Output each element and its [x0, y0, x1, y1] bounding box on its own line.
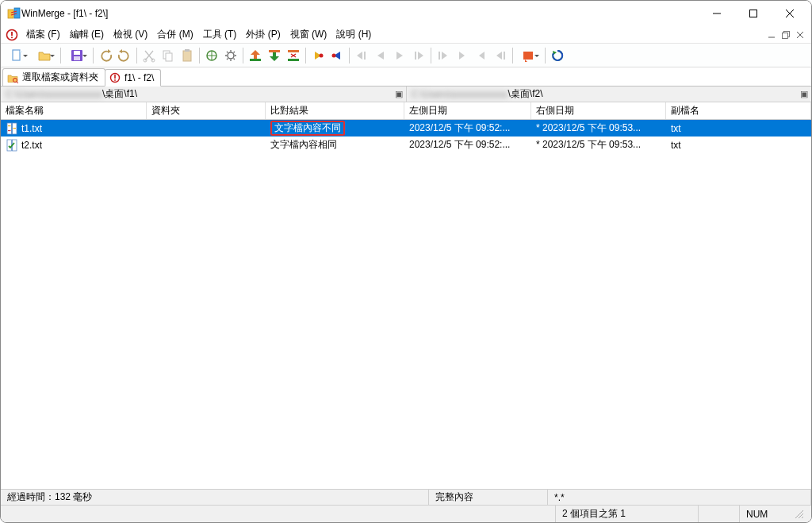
cell-folder [147, 137, 266, 153]
col-right-date[interactable]: 右側日期 [531, 102, 666, 119]
menu-file[interactable]: 檔案 (F) [21, 26, 65, 43]
next-conflict-button[interactable] [390, 46, 409, 65]
col-filename[interactable]: 檔案名稱 [1, 102, 147, 119]
svg-point-23 [320, 53, 324, 57]
svg-rect-27 [439, 52, 440, 60]
right-path-suffix: \桌面\f2\ [508, 87, 543, 101]
copy-button[interactable] [159, 46, 178, 65]
prev-conflict-button[interactable] [371, 46, 390, 65]
statusbar-upper: 經過時間：132 毫秒 完整內容 *.* [1, 489, 811, 505]
svg-rect-15 [183, 51, 191, 61]
minimize-button[interactable] [699, 2, 735, 25]
status-count: 2 個項目之第 1 [556, 506, 699, 522]
left-path-suffix: \桌面\f1\ [102, 87, 137, 101]
refresh-button[interactable] [548, 46, 567, 65]
file-diff-icon [6, 122, 18, 135]
paste-button[interactable] [178, 46, 197, 65]
svg-point-24 [332, 53, 336, 57]
blurred-path-prefix: C:\Users\xxxxxxxxxxxx [412, 89, 508, 100]
table-row[interactable]: t2.txt文字檔內容相同2023/12/5 下午 09:52:...* 202… [1, 137, 811, 153]
svg-rect-14 [166, 53, 172, 61]
svg-rect-22 [288, 59, 299, 61]
expand-right-icon[interactable]: ▣ [799, 89, 810, 100]
tab-compare[interactable]: f1\ - f2\ [105, 69, 161, 87]
prev-diff-button[interactable] [308, 46, 327, 65]
mdi-minimize-button[interactable] [765, 29, 778, 41]
prev-file-button[interactable] [453, 46, 472, 65]
resize-grip[interactable] [787, 506, 811, 522]
maximize-button[interactable] [735, 2, 772, 25]
cell-right-date: * 2023/12/5 下午 09:53... [531, 137, 666, 153]
mdi-restore-button[interactable] [779, 29, 792, 41]
column-headers: 檔案名稱 資料夾 比對結果 左側日期 右側日期 副檔名 [1, 102, 811, 120]
folder-select-icon [6, 71, 19, 84]
col-extension[interactable]: 副檔名 [666, 102, 811, 119]
tab-select-files[interactable]: 選取檔案或資料夾 [2, 68, 105, 86]
cell-extension: txt [666, 120, 811, 137]
tab-select-label: 選取檔案或資料夾 [22, 71, 98, 84]
menu-window[interactable]: 視窗 (W) [285, 26, 332, 43]
cell-folder [147, 120, 266, 137]
status-elapsed: 經過時間：132 毫秒 [1, 490, 429, 505]
status-empty2 [699, 506, 740, 522]
cell-filename: t2.txt [1, 137, 147, 153]
col-folder[interactable]: 資料夾 [147, 102, 266, 119]
current-diff-button[interactable] [265, 46, 284, 65]
menu-merge[interactable]: 合併 (M) [152, 26, 197, 43]
blurred-path-prefix: C:\Users\xxxxxxxxxxxx [6, 89, 102, 100]
status-empty [1, 506, 556, 522]
compare-button[interactable] [202, 46, 221, 65]
redo-button[interactable] [115, 46, 134, 65]
cut-button[interactable] [140, 46, 159, 65]
svg-rect-33 [7, 123, 12, 134]
open-button[interactable] [31, 46, 58, 65]
svg-rect-35 [8, 125, 11, 126]
toolbar [1, 44, 811, 67]
marker-button[interactable] [515, 46, 542, 65]
status-content: 完整內容 [429, 490, 548, 505]
table-row[interactable]: t1.txt文字檔內容不同2023/12/5 下午 09:52:...* 202… [1, 120, 811, 137]
next-file-button[interactable] [472, 46, 491, 65]
svg-rect-29 [523, 52, 533, 60]
menu-view[interactable]: 檢視 (V) [109, 26, 152, 43]
menu-help[interactable]: 說明 (H) [331, 26, 376, 43]
svg-rect-10 [74, 56, 80, 60]
col-left-date[interactable]: 左側日期 [404, 102, 531, 119]
close-button[interactable] [772, 2, 808, 25]
save-button[interactable] [63, 46, 90, 65]
right-path[interactable]: C:\Users\xxxxxxxxxxxx\桌面\f2\ ▣ [407, 87, 812, 102]
expand-left-icon[interactable]: ▣ [393, 89, 404, 100]
all-diff-button[interactable] [246, 46, 265, 65]
ignore-button[interactable] [284, 46, 303, 65]
left-path[interactable]: C:\Users\xxxxxxxxxxxx\桌面\f1\ ▣ [1, 87, 407, 102]
menu-tools[interactable]: 工具 (T) [198, 26, 242, 43]
last-file-button[interactable] [491, 46, 510, 65]
first-conflict-button[interactable] [352, 46, 371, 65]
pathbar: C:\Users\xxxxxxxxxxxx\桌面\f1\ ▣ C:\Users\… [1, 87, 811, 102]
first-file-button[interactable] [434, 46, 453, 65]
svg-rect-9 [74, 51, 80, 55]
menubar: 檔案 (F) 編輯 (E) 檢視 (V) 合併 (M) 工具 (T) 外掛 (P… [1, 26, 811, 44]
tab-compare-label: f1\ - f2\ [124, 72, 154, 83]
svg-rect-37 [8, 130, 11, 131]
svg-rect-38 [7, 140, 12, 151]
menu-plugins[interactable]: 外掛 (P) [241, 26, 285, 43]
undo-button[interactable] [96, 46, 115, 65]
svg-rect-19 [250, 59, 261, 61]
col-result[interactable]: 比對結果 [266, 102, 404, 119]
cell-right-date: * 2023/12/5 下午 09:53... [531, 120, 666, 137]
menu-edit[interactable]: 編輯 (E) [65, 26, 109, 43]
next-diff-button[interactable] [327, 46, 347, 65]
svg-rect-20 [269, 50, 280, 52]
options-button[interactable] [221, 46, 240, 65]
svg-point-32 [114, 79, 116, 81]
cell-left-date: 2023/12/5 下午 09:52:... [404, 137, 531, 153]
svg-rect-26 [415, 52, 416, 60]
new-button[interactable] [4, 46, 31, 65]
statusbar-lower: 2 個項目之第 1 NUM [1, 505, 811, 522]
mdi-close-button[interactable] [794, 29, 806, 41]
result-highlight: 文字檔內容不同 [270, 121, 345, 136]
doc-icon [6, 29, 18, 41]
file-list[interactable]: t1.txt文字檔內容不同2023/12/5 下午 09:52:...* 202… [1, 120, 811, 489]
last-conflict-button[interactable] [409, 46, 428, 65]
